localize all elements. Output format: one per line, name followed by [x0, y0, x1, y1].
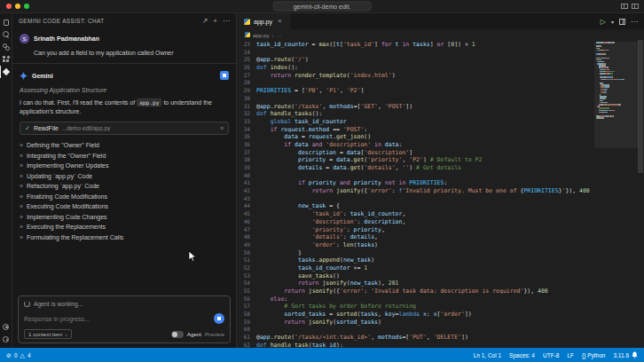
code-line[interactable]: 34 if request.method == 'POST': — [237, 126, 596, 134]
code-line[interactable]: 44 new_task = { — [237, 202, 596, 210]
tab-app-py[interactable]: app.py × — [237, 13, 290, 29]
editor-more-actions-icon[interactable]: ⋯ — [631, 18, 638, 26]
code-line[interactable]: 40 — [237, 172, 596, 180]
gemini-section-row[interactable]: »Executing Code Modifications — [20, 201, 229, 212]
split-editor-icon[interactable] — [619, 19, 625, 25]
close-window-button[interactable] — [6, 4, 12, 9]
minimap[interactable] — [596, 42, 637, 348]
code-line[interactable]: 49 'order': len(tasks) — [237, 241, 596, 249]
readfile-tool-card[interactable]: ✓ ReadFile ...demo edit/app.py ≡ — [20, 122, 229, 135]
code-line[interactable]: 24 — [237, 49, 596, 57]
source-control-icon — [3, 43, 10, 51]
code-line[interactable]: 31@app.route('/tasks', methods=['GET', '… — [237, 103, 596, 111]
layout-controls — [621, 4, 639, 9]
stop-generation-button[interactable] — [214, 313, 224, 324]
section-expand-icon: » — [20, 203, 23, 209]
status-item[interactable]: UTF-8 — [543, 352, 559, 358]
code-line[interactable]: 51 tasks.append(new_task) — [237, 256, 596, 264]
gemini-section-row[interactable]: »Updating `app.py` Code — [20, 171, 229, 182]
code-line[interactable]: 28 — [237, 79, 596, 87]
code-line[interactable]: 58 sorted_tasks = sorted(tasks, key=lamb… — [237, 311, 596, 319]
code-line[interactable]: 38 priority = data.get('priority', 'P2')… — [237, 156, 596, 164]
code-line[interactable]: 48 'details': details, — [237, 233, 596, 241]
status-item[interactable]: 3.11.6 — [613, 352, 629, 358]
breadcrumb-symbol[interactable]: … — [277, 32, 282, 38]
tab-close-icon[interactable]: × — [278, 18, 282, 25]
activity-settings-icon[interactable] — [0, 333, 12, 345]
code-line[interactable]: 52 task_id_counter += 1 — [237, 264, 596, 272]
code-editor[interactable]: 23task_id_counter = max([t['task_id'] fo… — [237, 40, 644, 348]
status-item[interactable]: LF — [567, 352, 574, 358]
code-line[interactable]: 32def handle_tasks(): — [237, 110, 596, 118]
code-line[interactable]: 47 'priority': priority, — [237, 226, 596, 234]
code-line[interactable]: 36 if data and 'description' in data: — [237, 141, 596, 149]
activity-source-control-icon[interactable] — [0, 41, 12, 53]
notifications-bell-icon[interactable] — [632, 351, 638, 358]
code-line[interactable]: 41 if priority and priority not in PRIOR… — [237, 179, 596, 187]
status-item[interactable]: Ln 1, Col 1 — [474, 352, 501, 358]
more-actions-icon[interactable]: ⋯ — [223, 18, 230, 25]
code-line[interactable]: 33 global task_id_counter — [237, 118, 596, 126]
window-title[interactable]: gemini-cli-demo edit. — [273, 2, 372, 12]
code-line[interactable]: 56 else: — [237, 295, 596, 303]
activity-explorer-icon[interactable] — [0, 16, 12, 28]
toggle-panel-icon[interactable] — [621, 4, 628, 9]
gemini-section-row[interactable]: »Implementing Code Changes — [20, 212, 229, 223]
new-chat-icon[interactable]: + — [213, 18, 217, 25]
code-line[interactable]: 30 — [237, 95, 596, 103]
code-line[interactable]: 54 return jsonify(new_task), 201 — [237, 279, 596, 287]
code-line[interactable]: 37 description = data['description'] — [237, 149, 596, 157]
code-line[interactable]: 60 — [237, 326, 596, 334]
code-line[interactable]: 50 } — [237, 249, 596, 257]
activity-account-icon[interactable] — [0, 320, 12, 333]
code-line[interactable]: 59 return jsonify(sorted_tasks) — [237, 319, 596, 327]
mode-preview-label[interactable]: Preview — [205, 331, 224, 337]
stop-response-button[interactable] — [220, 71, 229, 80]
scrollbar-thumb[interactable] — [638, 40, 643, 173]
code-line[interactable]: 57 # Sort tasks by order before returnin… — [237, 303, 596, 311]
code-line[interactable]: 46 'description': description, — [237, 218, 596, 226]
code-line[interactable]: 55 return jsonify({'error': 'Invalid tas… — [237, 287, 596, 295]
activity-extensions-icon[interactable] — [0, 53, 12, 66]
gemini-section-row[interactable]: »Implementing Owner Updates — [20, 161, 229, 171]
activity-gemini-icon[interactable] — [0, 66, 12, 78]
code-line[interactable]: 53 save_tasks() — [237, 272, 596, 280]
gemini-section-row[interactable]: »Finalizing Code Modifications — [20, 192, 229, 202]
thinking-heading[interactable]: Assessing Application Structure — [20, 87, 229, 93]
gemini-section-row[interactable]: »Refactoring `app.py` Code — [20, 181, 229, 192]
code-line[interactable]: 43 — [237, 195, 596, 203]
editor-scrollbar[interactable] — [637, 40, 644, 348]
context-items-button[interactable]: 1 context item › — [24, 329, 72, 339]
code-line[interactable]: 62def handle_task(task_id): — [237, 342, 596, 348]
customize-layout-icon[interactable] — [632, 4, 639, 9]
code-line[interactable]: 25@app.route('/') — [237, 56, 596, 64]
gemini-section-row[interactable]: »Defining the "Owner" Field — [20, 140, 229, 151]
chat-message-list[interactable]: S Srinath Padmanabhan Can you add a fiel… — [12, 28, 236, 292]
gemini-section-row[interactable]: »Executing the Replacements — [20, 222, 229, 232]
code-line[interactable]: 27 return render_template('index.html') — [237, 72, 596, 80]
problems-indicator[interactable]: ⊘ 0 △ 4 — [6, 352, 31, 358]
gemini-section-row[interactable]: »Integrating the "Owner" Field — [20, 151, 229, 161]
code-line[interactable]: 61@app.route('/tasks/<int:task_id>', met… — [237, 334, 596, 342]
code-line[interactable]: 29PRIORITIES = ['P0', 'P1', 'P2'] — [237, 87, 596, 95]
tool-menu-icon[interactable]: ≡ — [220, 125, 224, 131]
zoom-window-button[interactable] — [24, 4, 29, 9]
status-item[interactable]: {} Python — [582, 352, 605, 358]
minimize-window-button[interactable] — [15, 4, 20, 9]
code-line[interactable]: 45 'task_id': task_id_counter, — [237, 210, 596, 218]
status-item[interactable]: Spaces: 4 — [509, 352, 535, 358]
mode-agent-label[interactable]: Agent — [187, 331, 201, 337]
code-line[interactable]: 26def index(): — [237, 64, 596, 72]
code-line[interactable]: 39 details = data.get('details', '') # G… — [237, 164, 596, 172]
gemini-section-row[interactable]: »Formulating the Replacement Calls — [20, 232, 229, 243]
run-dropdown-caret-icon[interactable]: ▾ — [611, 19, 614, 25]
code-line[interactable]: 35 data = request.get_json() — [237, 133, 596, 141]
breadcrumb-file[interactable]: app.py — [253, 32, 270, 38]
run-python-file-icon[interactable]: ▷ — [601, 18, 606, 26]
share-icon[interactable]: ↗ — [202, 18, 208, 25]
code-line[interactable]: 23task_id_counter = max([t['task_id'] fo… — [237, 41, 596, 49]
code-line[interactable]: 42 return jsonify({'error': f'Invalid pr… — [237, 187, 596, 195]
chat-input[interactable]: Response in progress... — [24, 316, 214, 322]
activity-search-icon[interactable] — [0, 28, 12, 41]
mode-toggle[interactable] — [171, 331, 184, 338]
